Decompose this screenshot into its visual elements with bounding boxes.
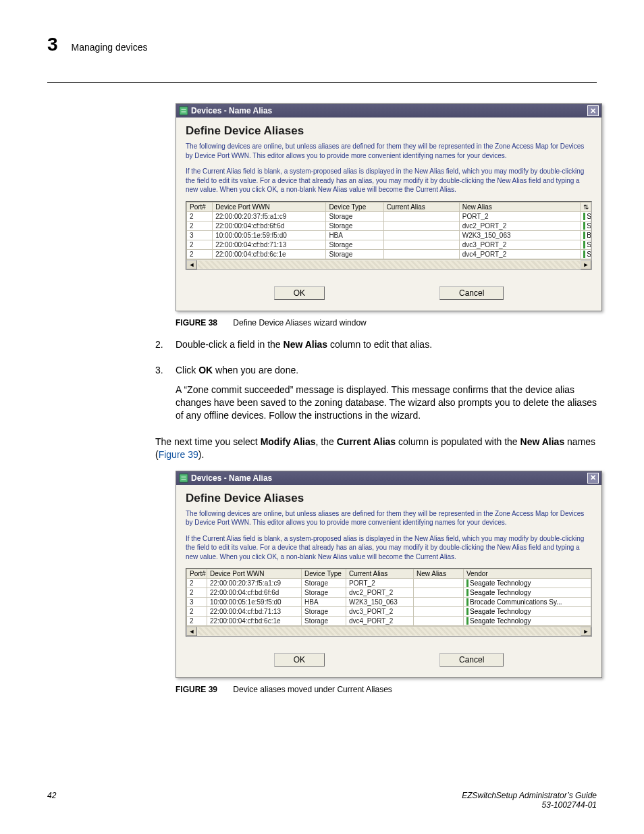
cell-cut[interactable]: S bbox=[581, 249, 591, 259]
cell-wwn[interactable]: 22:00:00:04:cf:bd:6c:1e bbox=[213, 249, 326, 259]
cancel-button[interactable]: Cancel bbox=[439, 653, 504, 667]
cell-type[interactable]: Storage bbox=[302, 617, 346, 626]
h-scrollbar[interactable]: ◄ ► bbox=[186, 259, 591, 269]
cell-vendor[interactable]: Seagate Technology bbox=[464, 607, 591, 617]
ok-button[interactable]: OK bbox=[274, 653, 325, 667]
col-new-alias[interactable]: New Alias bbox=[459, 202, 580, 211]
cell-port[interactable]: 2 bbox=[187, 240, 213, 249]
cell-cut[interactable]: S bbox=[581, 211, 591, 221]
figure39-link[interactable]: Figure 39 bbox=[159, 449, 198, 460]
cell-port[interactable]: 2 bbox=[187, 211, 213, 221]
scroll-right-button[interactable]: ► bbox=[581, 627, 591, 636]
cell-cut[interactable]: B bbox=[581, 230, 591, 240]
table-row[interactable]: 222:00:00:04:cf:bd:6f:6dStoragedvc2_PORT… bbox=[187, 221, 591, 230]
cell-current-alias[interactable]: PORT_2 bbox=[346, 579, 414, 588]
cell-type[interactable]: HBA bbox=[302, 598, 346, 607]
table-row[interactable]: 222:00:00:04:cf:bd:71:13Storagedvc3_PORT… bbox=[187, 607, 591, 617]
cell-vendor[interactable]: Seagate Technology bbox=[464, 617, 591, 626]
cell-current-alias[interactable] bbox=[383, 221, 459, 230]
cell-wwn[interactable]: 22:00:00:04:cf:bd:6f:6d bbox=[213, 221, 326, 230]
cell-current-alias[interactable] bbox=[383, 230, 459, 240]
cell-new-alias[interactable]: W2K3_150_063 bbox=[459, 230, 580, 240]
cell-port[interactable]: 3 bbox=[187, 598, 207, 607]
table-row[interactable]: 310:00:00:05:1e:59:f5:d0HBAW2K3_150_063B bbox=[187, 230, 591, 240]
table-row[interactable]: 222:00:00:04:cf:bd:71:13Storagedvc3_PORT… bbox=[187, 240, 591, 249]
cell-cut[interactable]: S bbox=[581, 221, 591, 230]
cell-current-alias[interactable] bbox=[383, 249, 459, 259]
cell-type[interactable]: Storage bbox=[302, 579, 346, 588]
cell-type[interactable]: Storage bbox=[302, 607, 346, 617]
cell-vendor[interactable]: Seagate Technology bbox=[464, 579, 591, 588]
cell-port[interactable]: 2 bbox=[187, 617, 207, 626]
cell-port[interactable]: 2 bbox=[187, 221, 213, 230]
cell-port[interactable]: 2 bbox=[187, 579, 207, 588]
table-row[interactable]: 222:00:00:20:37:f5:a1:c9StoragePORT_2S bbox=[187, 211, 591, 221]
cell-type[interactable]: Storage bbox=[302, 588, 346, 598]
cell-new-alias[interactable] bbox=[414, 607, 464, 617]
col-current-alias[interactable]: Current Alias bbox=[383, 202, 459, 211]
cell-vendor[interactable]: Brocade Communications Sy... bbox=[464, 598, 591, 607]
cell-wwn[interactable]: 22:00:00:20:37:f5:a1:c9 bbox=[213, 211, 326, 221]
close-button[interactable]: ✕ bbox=[587, 473, 599, 484]
col-type[interactable]: Device Type bbox=[302, 569, 346, 579]
cell-port[interactable]: 2 bbox=[187, 249, 213, 259]
col-wwn[interactable]: Device Port WWN bbox=[207, 569, 302, 579]
cell-wwn[interactable]: 10:00:00:05:1e:59:f5:d0 bbox=[213, 230, 326, 240]
table-row[interactable]: 310:00:00:05:1e:59:f5:d0HBAW2K3_150_063B… bbox=[187, 598, 591, 607]
close-button[interactable]: ✕ bbox=[587, 105, 599, 116]
col-port[interactable]: Port# bbox=[187, 202, 213, 211]
col-new-alias[interactable]: New Alias bbox=[414, 569, 464, 579]
cell-cut[interactable]: S bbox=[581, 240, 591, 249]
h-scrollbar[interactable]: ◄ ► bbox=[186, 626, 591, 636]
ok-button[interactable]: OK bbox=[274, 286, 325, 300]
cell-wwn[interactable]: 22:00:00:04:cf:bd:6c:1e bbox=[207, 617, 302, 626]
scroll-track[interactable] bbox=[198, 627, 580, 635]
scroll-left-button[interactable]: ◄ bbox=[186, 260, 197, 269]
scroll-left-button[interactable]: ◄ bbox=[186, 627, 197, 636]
cell-current-alias[interactable] bbox=[383, 240, 459, 249]
col-current-alias[interactable]: Current Alias bbox=[346, 569, 414, 579]
table-row[interactable]: 222:00:00:04:cf:bd:6c:1eStoragedvc4_PORT… bbox=[187, 617, 591, 626]
cell-port[interactable]: 2 bbox=[187, 607, 207, 617]
cell-new-alias[interactable] bbox=[414, 617, 464, 626]
cell-type[interactable]: Storage bbox=[326, 221, 383, 230]
col-type[interactable]: Device Type bbox=[326, 202, 383, 211]
step-2-a: Double-click a field in the bbox=[176, 339, 284, 350]
step-3-a: Click bbox=[176, 365, 198, 375]
table-row[interactable]: 222:00:00:20:37:f5:a1:c9StoragePORT_2Sea… bbox=[187, 579, 591, 588]
cell-current-alias[interactable]: dvc4_PORT_2 bbox=[346, 617, 414, 626]
cell-type[interactable]: Storage bbox=[326, 249, 383, 259]
cell-new-alias[interactable] bbox=[414, 588, 464, 598]
cell-new-alias[interactable]: dvc3_PORT_2 bbox=[459, 240, 580, 249]
step-3: 3. Click OK when you are done. A “Zone c… bbox=[155, 364, 597, 429]
cell-new-alias[interactable] bbox=[414, 598, 464, 607]
cell-current-alias[interactable]: dvc3_PORT_2 bbox=[346, 607, 414, 617]
cell-wwn[interactable]: 22:00:00:04:cf:bd:6f:6d bbox=[207, 588, 302, 598]
figure38-num: FIGURE 38 bbox=[176, 318, 217, 328]
cell-new-alias[interactable] bbox=[414, 579, 464, 588]
cell-type[interactable]: Storage bbox=[326, 211, 383, 221]
cell-wwn[interactable]: 22:00:00:04:cf:bd:71:13 bbox=[207, 607, 302, 617]
cell-new-alias[interactable]: PORT_2 bbox=[459, 211, 580, 221]
cell-current-alias[interactable]: W2K3_150_063 bbox=[346, 598, 414, 607]
cell-vendor[interactable]: Seagate Technology bbox=[464, 588, 591, 598]
cell-current-alias[interactable]: dvc2_PORT_2 bbox=[346, 588, 414, 598]
cell-type[interactable]: HBA bbox=[326, 230, 383, 240]
cell-wwn[interactable]: 22:00:00:20:37:f5:a1:c9 bbox=[207, 579, 302, 588]
cell-wwn[interactable]: 10:00:00:05:1e:59:f5:d0 bbox=[207, 598, 302, 607]
cell-type[interactable]: Storage bbox=[326, 240, 383, 249]
cell-port[interactable]: 3 bbox=[187, 230, 213, 240]
scroll-right-button[interactable]: ► bbox=[581, 260, 591, 269]
cell-new-alias[interactable]: dvc2_PORT_2 bbox=[459, 221, 580, 230]
cell-current-alias[interactable] bbox=[383, 211, 459, 221]
table-row[interactable]: 222:00:00:04:cf:bd:6f:6dStoragedvc2_PORT… bbox=[187, 588, 591, 598]
cell-wwn[interactable]: 22:00:00:04:cf:bd:71:13 bbox=[213, 240, 326, 249]
table-row[interactable]: 222:00:00:04:cf:bd:6c:1eStoragedvc4_PORT… bbox=[187, 249, 591, 259]
cell-port[interactable]: 2 bbox=[187, 588, 207, 598]
col-vendor[interactable]: Vendor bbox=[464, 569, 591, 579]
cancel-button[interactable]: Cancel bbox=[439, 286, 504, 300]
cell-new-alias[interactable]: dvc4_PORT_2 bbox=[459, 249, 580, 259]
col-wwn[interactable]: Device Port WWN bbox=[213, 202, 326, 211]
scroll-track[interactable] bbox=[198, 261, 580, 269]
col-port[interactable]: Port# bbox=[187, 569, 207, 579]
